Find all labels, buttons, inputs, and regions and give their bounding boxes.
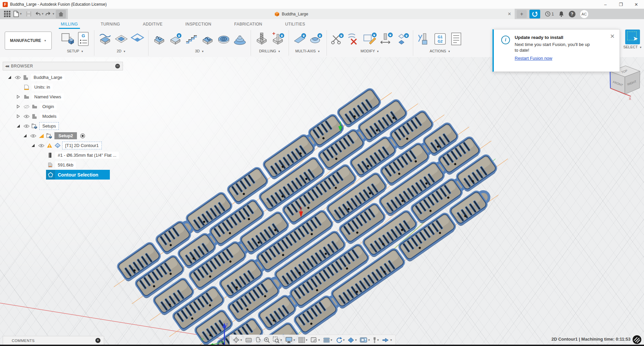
app-grid-button[interactable]: [2, 10, 12, 18]
user-avatar[interactable]: AC: [580, 10, 588, 18]
exp-open-icon[interactable]: [15, 123, 22, 129]
redo-button[interactable]: ▼: [45, 10, 55, 18]
browser-item-setup2[interactable]: Setup2: [0, 131, 128, 141]
grid-settings-button[interactable]: ▼: [297, 336, 309, 344]
file-new-button[interactable]: ▼: [13, 10, 23, 18]
ribbon-tab-milling[interactable]: MILLING: [59, 20, 80, 29]
new-setup-button[interactable]: [60, 31, 75, 47]
display-settings-button[interactable]: ▼: [284, 336, 297, 344]
simulate-button[interactable]: [417, 31, 431, 47]
restart-fusion-link[interactable]: Restart Fusion now: [515, 56, 552, 61]
eye-icon[interactable]: [24, 113, 30, 119]
panel-options-icon[interactable]: –: [115, 64, 120, 68]
trim-ext-button[interactable]: [330, 31, 345, 47]
ribbon-tab-additive[interactable]: ADDITIVE: [141, 20, 165, 29]
home-button[interactable]: [56, 10, 66, 18]
undo-button[interactable]: ▼: [34, 10, 44, 18]
select-tool-button[interactable]: ➤: [625, 30, 640, 44]
gcode-button[interactable]: G: [76, 31, 91, 47]
machine-display-button[interactable]: ▼: [359, 336, 371, 344]
restore-button[interactable]: ❐: [613, 0, 629, 9]
contour-selection-row[interactable]: Contour Selection: [46, 170, 110, 180]
compare-button[interactable]: ▼: [381, 336, 393, 344]
window-zoom-button[interactable]: ▼: [272, 336, 284, 344]
face2d-button[interactable]: [98, 31, 113, 47]
active-setup-radio[interactable]: [80, 133, 86, 139]
exp-open-icon[interactable]: [30, 143, 36, 149]
save-button[interactable]: [24, 10, 34, 18]
browser-item-t1-2d-contour1[interactable]: [T1] 2D Contour1: [0, 141, 128, 150]
exp-closed-icon[interactable]: [15, 94, 22, 100]
browser-item-models[interactable]: Models: [0, 111, 128, 121]
ribbon-group-label[interactable]: DRILLING ▼: [259, 49, 281, 53]
browser-item-origin[interactable]: Origin: [0, 102, 128, 111]
tool-display-button[interactable]: ▼: [372, 336, 380, 344]
edit-toolpath-button[interactable]: [362, 31, 377, 47]
extensions-button[interactable]: [529, 10, 540, 18]
orbit-button[interactable]: ▼: [232, 336, 244, 344]
add-comment-icon[interactable]: +: [95, 338, 100, 343]
exp-open-icon[interactable]: [22, 133, 28, 139]
tab-close-icon[interactable]: ✕: [508, 11, 511, 16]
adaptive-button[interactable]: [152, 31, 167, 47]
spiral-button[interactable]: [200, 31, 215, 47]
setup-sheet-button[interactable]: [449, 31, 464, 47]
morphed-spiral-button[interactable]: [216, 31, 231, 47]
ramp-button[interactable]: [232, 31, 247, 47]
exp-closed-icon[interactable]: [15, 104, 22, 110]
rotary-ext-button[interactable]: [308, 31, 323, 47]
collapse-panel-icon[interactable]: ◀◀: [5, 64, 8, 68]
swarf-button[interactable]: [292, 31, 307, 47]
browser-header[interactable]: ◀◀ BROWSER –: [3, 62, 123, 70]
eye-icon[interactable]: [38, 143, 44, 149]
toolpath-display-button[interactable]: ▼: [347, 336, 358, 344]
exp-open-icon[interactable]: [7, 75, 13, 81]
pan-button[interactable]: [254, 336, 262, 344]
new-tab-button[interactable]: +: [517, 10, 527, 18]
parallel-button[interactable]: [184, 31, 199, 47]
ribbon-group-label[interactable]: MODIFY ▼: [360, 49, 379, 53]
document-tab[interactable]: Buddha_Large ✕: [68, 9, 515, 19]
ribbon-tab-utilities[interactable]: UTILITIES: [283, 20, 307, 29]
passes-button[interactable]: ▼: [322, 336, 334, 344]
ribbon-tab-inspection[interactable]: INSPECTION: [183, 20, 213, 29]
viewports-button[interactable]: ▼: [310, 336, 321, 344]
refresh-button[interactable]: ▼: [335, 336, 346, 344]
workspace-selector[interactable]: MANUFACTURE▼: [5, 32, 52, 50]
browser-item-units-in[interactable]: Units: in: [0, 82, 128, 92]
browser-item-setups[interactable]: Setups: [0, 121, 128, 131]
pocket3d-button[interactable]: [168, 31, 183, 47]
eye-icon[interactable]: [15, 75, 21, 81]
delete-passes-button[interactable]: [346, 31, 361, 47]
ribbon-group-label[interactable]: MULTI-AXIS ▼: [295, 49, 320, 53]
contour2d-button[interactable]: [130, 31, 145, 47]
ribbon-group-label[interactable]: 3D ▼: [195, 49, 204, 53]
eye-icon[interactable]: [30, 133, 36, 139]
drill-ext-button[interactable]: [270, 31, 285, 47]
post-process-button[interactable]: G1G2: [433, 31, 447, 47]
comments-bar[interactable]: COMMENTS +: [3, 336, 104, 345]
ribbon-tab-fabrication[interactable]: FABRICATION: [232, 20, 264, 29]
notifications-bell-icon[interactable]: [559, 11, 564, 17]
notification-close-icon[interactable]: ✕: [610, 33, 615, 40]
close-button[interactable]: ✕: [629, 0, 644, 9]
optimize-ext-button[interactable]: [395, 31, 410, 47]
ribbon-group-label[interactable]: ACTIONS ▼: [430, 49, 450, 53]
ribbon-tab-turning[interactable]: TURNING: [99, 20, 122, 29]
help-button[interactable]: ?: [569, 11, 575, 17]
nested-parts-cluster[interactable]: [105, 57, 524, 345]
pocket2d-button[interactable]: [114, 31, 129, 47]
look-at-button[interactable]: [244, 336, 253, 344]
zoom-button[interactable]: [262, 336, 271, 344]
feedback-button[interactable]: [633, 335, 641, 344]
minimize-button[interactable]: –: [598, 0, 613, 9]
browser-item-buddha-large[interactable]: Buddha_Large: [0, 72, 128, 82]
drill-button[interactable]: [254, 31, 269, 47]
move-toolpath-button[interactable]: [379, 31, 393, 47]
browser-item-named-views[interactable]: Named Views: [0, 92, 128, 102]
job-status-button[interactable]: 1: [545, 11, 554, 17]
exp-closed-icon[interactable]: [15, 113, 22, 119]
eye-off-icon[interactable]: [24, 104, 30, 110]
browser-item-1-6-35mm-flat-1-4-flat[interactable]: #1 - Ø6.35mm flat (1/4" Flat ...: [0, 150, 128, 160]
ribbon-group-label[interactable]: 2D ▼: [117, 49, 126, 53]
